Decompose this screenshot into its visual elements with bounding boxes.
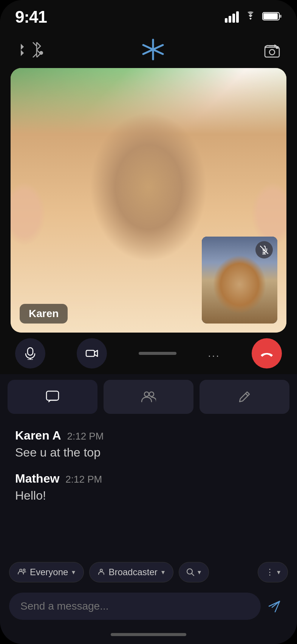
status-time: 9:41 [15, 8, 47, 26]
panel-tabs [0, 374, 297, 420]
chat-area: Karen A 2:12 PM See u at the top Mathew … [0, 420, 297, 557]
pip-video[interactable] [202, 237, 277, 324]
status-bar: 9:41 [0, 0, 297, 34]
home-bar [111, 633, 186, 636]
drag-handle [139, 352, 176, 355]
more-audience-button[interactable]: ⋮ ▾ [258, 562, 288, 582]
svg-rect-20 [46, 391, 59, 400]
home-indicator [0, 625, 297, 644]
bluetooth-icon [15, 42, 43, 60]
svg-line-5 [33, 54, 37, 57]
svg-point-11 [269, 50, 275, 55]
chat-message-header-2: Mathew 2:12 PM [15, 472, 282, 486]
person-icon [98, 567, 105, 577]
svg-line-28 [192, 573, 194, 576]
chat-time-2: 2:12 PM [65, 474, 102, 485]
chat-message-1: Karen A 2:12 PM See u at the top [15, 429, 282, 460]
chat-message-header-1: Karen A 2:12 PM [15, 429, 282, 443]
chat-sender-2: Mathew [15, 472, 59, 486]
more-chevron: ▾ [277, 568, 280, 576]
participant-label: Karen [20, 304, 68, 324]
signal-icon [225, 11, 239, 23]
message-input[interactable] [9, 593, 261, 620]
message-input-area [0, 587, 297, 625]
broadcaster-dropdown[interactable]: Broadcaster ▾ [89, 562, 173, 582]
tab-chat[interactable] [8, 380, 97, 414]
call-controls: ... [0, 333, 297, 374]
send-button[interactable] [261, 593, 288, 620]
svg-rect-12 [276, 46, 278, 49]
svg-point-25 [23, 569, 25, 571]
svg-line-4 [33, 42, 37, 46]
everyone-chevron: ▾ [72, 568, 75, 576]
broadcaster-chevron: ▾ [161, 568, 165, 576]
svg-rect-1 [263, 13, 278, 19]
svg-rect-2 [280, 15, 282, 18]
svg-point-22 [149, 392, 154, 396]
broadcaster-label: Broadcaster [108, 567, 157, 577]
more-dots-icon: ⋮ [266, 567, 275, 577]
svg-point-26 [100, 569, 102, 571]
chat-time-1: 2:12 PM [67, 430, 104, 442]
app-logo [141, 37, 165, 65]
svg-line-23 [246, 393, 248, 396]
camera-button[interactable] [77, 338, 107, 368]
svg-point-6 [39, 51, 43, 55]
tab-participants[interactable] [104, 380, 193, 414]
group-icon [18, 567, 26, 577]
pip-mute-badge [255, 241, 273, 259]
wifi-icon [244, 11, 257, 23]
svg-rect-19 [86, 350, 94, 356]
search-button[interactable]: ▾ [179, 562, 209, 582]
battery-icon [262, 11, 282, 23]
status-icons [225, 11, 282, 23]
header-bar [0, 34, 297, 68]
svg-point-21 [144, 392, 149, 396]
everyone-label: Everyone [30, 567, 68, 577]
microphone-button[interactable] [15, 338, 45, 368]
chat-text-1: See u at the top [15, 446, 282, 460]
svg-rect-16 [28, 348, 33, 355]
end-call-button[interactable] [252, 338, 282, 368]
everyone-dropdown[interactable]: Everyone ▾ [9, 562, 84, 582]
chat-text-2: Hello! [15, 489, 282, 503]
chat-sender-1: Karen A [15, 429, 61, 443]
more-options-button[interactable]: ... [208, 347, 220, 359]
chat-message-2: Mathew 2:12 PM Hello! [15, 472, 282, 503]
tab-edit[interactable] [200, 380, 289, 414]
camera-flip-button[interactable] [262, 41, 282, 61]
video-area: Karen [11, 68, 286, 333]
search-chevron: ▾ [198, 568, 201, 576]
audience-controls: Everyone ▾ Broadcaster ▾ ▾ ⋮ ▾ [0, 557, 297, 587]
